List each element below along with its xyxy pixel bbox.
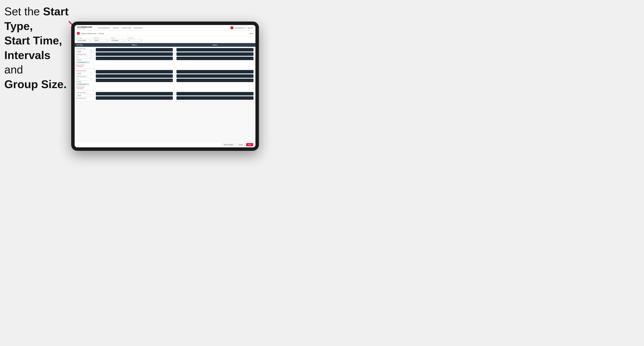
course-remove-icon-2[interactable]: ✕: [88, 84, 88, 85]
reset-changes-button[interactable]: Reset Changes: [222, 143, 236, 146]
player-remove-icon-6-1[interactable]: ✕: [251, 93, 252, 95]
nav-bar: SCOREBOARD Powered by clipp TOURNAMENTS …: [75, 25, 256, 31]
clipp-icon: C: [77, 32, 80, 35]
player-row-2-1: ✕: [176, 48, 254, 51]
player-row-1-3: ✕: [96, 57, 173, 60]
player-row-1-1: ✕: [96, 48, 173, 51]
add-group-link-2[interactable]: + Add Group: [76, 88, 92, 89]
settings-bar: Start Type 1st Tee Start ▼ Start Time 10…: [75, 36, 256, 43]
nav-tabs: TOURNAMENTS TEAMS COMMITTEE RANKINGS: [98, 27, 227, 29]
start-time-select[interactable]: 10:00 🕐: [94, 39, 109, 42]
player-row-3-3: ✕: [96, 79, 173, 82]
hole-chevron-icon-1: ▼: [90, 57, 91, 58]
footer-bar: Reset Changes Cancel Save: [75, 142, 256, 147]
group-size-select[interactable]: 3 ▼: [127, 39, 142, 42]
course-tags-1: (A) Peachtree GC ✕: [76, 61, 92, 63]
starting-hole-label-1: STARTING HOLE:: [76, 54, 92, 55]
player-row-2-2: ✕: [176, 52, 254, 56]
table-header: Tee Time Team 1 Team 2: [75, 43, 256, 47]
save-button[interactable]: Save: [246, 143, 253, 146]
course-label-1: COURSE:: [76, 59, 92, 61]
starting-hole-select-2[interactable]: 1 ▼: [76, 78, 92, 81]
player-remove-icon-4-2[interactable]: ✕: [251, 75, 252, 77]
player-row-5-1: ✕: [96, 92, 173, 95]
player-remove-icon-3-2[interactable]: ✕: [170, 75, 172, 77]
starting-hole-label-2: STARTING HOLE:: [76, 76, 92, 77]
player-remove-icon-3-1[interactable]: ✕: [170, 71, 172, 73]
team2-col-1: ✕ ✕ ✕: [175, 47, 256, 68]
tee-left-1: STARTING TIME: 10:00 ⓘ STARTING HOLE: 1 …: [75, 47, 94, 68]
starting-time-label-1: STARTING TIME:: [76, 48, 92, 49]
breadcrumb-bar: C Clippd Invitational (Ma... › Hosting ‹…: [75, 31, 256, 36]
starting-time-input-3[interactable]: 10:20 ⓘ: [76, 94, 92, 97]
annotation-text: Set the Start Type,Start Time,Intervals …: [4, 4, 71, 92]
start-type-select[interactable]: 1st Tee Start ▼: [77, 39, 92, 42]
group-size-chevron-icon: ▼: [140, 40, 141, 41]
player-remove-icon-5-2[interactable]: ✕: [170, 97, 172, 99]
player-remove-icon-1-2[interactable]: ✕: [170, 53, 172, 55]
player-remove-icon-6-2[interactable]: ✕: [251, 97, 252, 99]
player-remove-icon-5-1[interactable]: ✕: [170, 93, 172, 95]
sign-out-link[interactable]: Sign out: [248, 27, 253, 29]
start-type-label: Start Type: [77, 37, 92, 38]
back-button[interactable]: ‹ Back: [249, 33, 253, 34]
intervals-select[interactable]: 10 Minutes ▼: [110, 39, 126, 42]
content-area[interactable]: STARTING TIME: 10:00 ⓘ STARTING HOLE: 1 …: [75, 47, 256, 142]
action-links-1: Remove Group + Add Group: [76, 64, 92, 67]
breadcrumb-text: Clippd Invitational (Ma... › Hosting: [81, 33, 249, 34]
start-time-value: 10:00: [95, 40, 98, 41]
team1-col-2: ✕ ✕ ✕: [94, 69, 175, 90]
cancel-button[interactable]: Cancel: [237, 143, 245, 146]
team1-col-3: ✕ ✕: [94, 91, 175, 101]
course-remove-icon-1[interactable]: ✕: [88, 62, 89, 63]
breadcrumb-page: Hosting: [98, 33, 104, 34]
nav-tab-tournaments[interactable]: TOURNAMENTS: [98, 27, 110, 29]
time-info-icon-2: ⓘ: [90, 73, 91, 75]
starting-time-label-2: STARTING TIME:: [76, 70, 92, 71]
start-time-chevron-icon: 🕐: [106, 40, 108, 41]
player-remove-icon-3-3[interactable]: ✕: [170, 80, 172, 81]
starting-hole-select-1[interactable]: 1 ▼: [76, 56, 92, 59]
starting-time-input-2[interactable]: 10:10 ⓘ: [76, 72, 92, 75]
player-remove-icon-4-3[interactable]: ✕: [251, 80, 252, 81]
logo: SCOREBOARD Powered by clipp: [77, 26, 92, 29]
action-links-2: Remove Group + Add Group: [76, 86, 92, 89]
player-remove-icon-2-3[interactable]: ✕: [251, 58, 252, 59]
intervals-group: Intervals 10 Minutes ▼: [110, 37, 126, 42]
bold-start-type: Start Type,Start Time,Intervals: [4, 5, 68, 61]
player-remove-icon-4-1[interactable]: ✕: [251, 71, 252, 73]
player-row-3-1: ✕: [96, 70, 173, 73]
player-row-4-2: ✕: [176, 74, 254, 78]
player-row-5-2: ✕: [96, 96, 173, 100]
team2-col-2: ✕ ✕ ✕: [175, 69, 256, 90]
player-row-1-2: ✕: [96, 52, 173, 56]
starting-time-input-1[interactable]: 10:00 ⓘ: [76, 50, 92, 53]
start-type-group: Start Type 1st Tee Start ▼: [77, 37, 92, 42]
col-team1: Team 1: [94, 43, 175, 47]
col-team2: Team 2: [175, 43, 256, 47]
team2-col-3: ✕ ✕: [175, 91, 256, 101]
nav-tab-rankings[interactable]: RANKINGS: [134, 27, 142, 29]
player-row-4-1: ✕: [176, 70, 254, 73]
nav-tab-teams[interactable]: TEAMS: [113, 27, 118, 29]
player-remove-icon-1-1[interactable]: ✕: [170, 49, 172, 51]
course-label-2: COURSE:: [76, 81, 92, 83]
remove-group-link-1[interactable]: Remove Group: [76, 64, 92, 66]
starting-time-label-3: STARTING TIME:: [76, 92, 92, 93]
nav-tab-committee[interactable]: COMMITTEE: [122, 27, 131, 29]
user-email: blair@clipped.io: [235, 27, 245, 29]
tournament-link[interactable]: Clippd Invitational (Ma...: [81, 33, 97, 34]
start-type-chevron-icon: ▼: [90, 40, 91, 41]
team1-col-1: ✕ ✕ ✕: [94, 47, 175, 68]
logo-sub: Powered by clipp: [77, 28, 92, 29]
player-remove-icon-2-1[interactable]: ✕: [251, 49, 252, 51]
course-tag-2: ⛳ East Lake GC ✕: [76, 83, 90, 85]
intervals-label: Intervals: [110, 37, 126, 38]
player-row-4-3: ✕: [176, 79, 254, 82]
add-group-link-1[interactable]: + Add Group: [76, 66, 92, 67]
player-remove-icon-2-2[interactable]: ✕: [251, 53, 252, 55]
player-remove-icon-1-3[interactable]: ✕: [170, 58, 172, 59]
remove-group-link-2[interactable]: Remove Group: [76, 86, 92, 88]
tee-group-1: STARTING TIME: 10:00 ⓘ STARTING HOLE: 1 …: [75, 47, 256, 69]
player-row-2-3: ✕: [176, 57, 254, 60]
